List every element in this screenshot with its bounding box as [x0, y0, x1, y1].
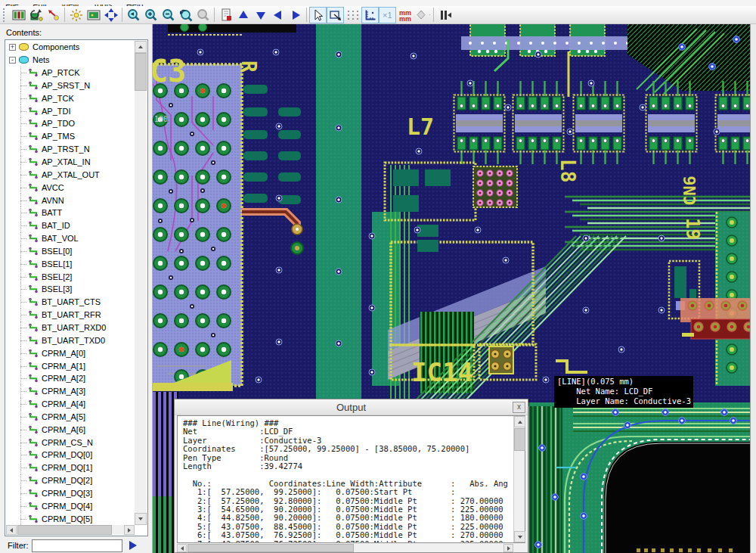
contents-sidebar: Contents: + Components - Nets — [0, 24, 153, 553]
tree-item-net[interactable]: AP_TMS — [6, 130, 135, 143]
dock-panel-icon[interactable] — [436, 7, 454, 23]
tree-item-net[interactable]: BT_UART_RFR — [6, 309, 135, 322]
tree-item-net[interactable]: CPRM_A[4] — [6, 398, 135, 411]
tree-item-net[interactable]: BSEL[0] — [6, 245, 135, 258]
zoom-select-icon[interactable] — [177, 7, 194, 23]
net-icon — [28, 412, 39, 421]
toolbar-grip[interactable] — [3, 8, 7, 22]
tree-item-net[interactable]: CPRM_CS_N — [6, 436, 135, 449]
tree-item-components[interactable]: + Components — [6, 41, 135, 54]
select-mode-icon[interactable] — [309, 7, 327, 23]
pan-down-icon[interactable] — [252, 7, 269, 23]
filter-input[interactable] — [32, 539, 122, 552]
scroll-thumb[interactable] — [187, 544, 354, 552]
tree-item-net[interactable]: AP_TDO — [6, 117, 135, 130]
pan-left-icon[interactable] — [269, 7, 287, 23]
pan-right-icon[interactable] — [287, 7, 304, 23]
tree-item-net[interactable]: CPRM_DQ[2] — [6, 474, 135, 487]
tree-item-net[interactable]: AP_SRST_N — [6, 79, 135, 92]
tree-item-net[interactable]: CPRM_A[1] — [6, 359, 135, 372]
scroll-down-button[interactable] — [135, 513, 147, 525]
scroll-right-button[interactable] — [124, 525, 135, 535]
tree-item-net[interactable]: BSEL[2] — [6, 270, 135, 283]
tree-item-net[interactable]: CPRM_DQ[3] — [6, 487, 135, 500]
tree-item-net[interactable]: BT_UART_CTS — [6, 296, 135, 309]
scroll-thumb[interactable] — [514, 428, 525, 451]
zoom-out-icon[interactable] — [160, 7, 177, 23]
board-view-icon[interactable] — [85, 7, 102, 23]
tree-item-net[interactable]: BSEL[1] — [6, 257, 135, 270]
output-vertical-scrollbar[interactable] — [513, 416, 525, 542]
tree-vertical-scrollbar[interactable] — [135, 41, 147, 525]
close-icon[interactable]: x — [513, 402, 525, 413]
tree-item-net[interactable]: BAT_VOL — [6, 232, 135, 245]
grid-toggle-icon[interactable] — [344, 7, 361, 23]
probe-net-icon[interactable] — [45, 7, 62, 23]
filter-apply-button[interactable] — [125, 539, 141, 552]
tree-item-net[interactable]: CPRM_DQ[4] — [6, 499, 135, 512]
tree-item-net[interactable]: AVCC — [6, 181, 135, 194]
tree-connector — [16, 487, 27, 500]
tree-item-net[interactable]: CPRM_DQ[0] — [6, 449, 135, 461]
tree-item-net[interactable]: BATT — [6, 207, 135, 219]
tree-item-net[interactable]: CPRM_A[3] — [6, 385, 135, 398]
tree-item-net[interactable]: CPRM_A[6] — [6, 423, 135, 436]
scroll-left-button[interactable] — [177, 544, 187, 552]
tree-horizontal-scrollbar[interactable] — [6, 525, 135, 535]
tree-connector — [16, 461, 27, 474]
tree-connector — [16, 385, 27, 398]
net-table-icon[interactable] — [10, 7, 27, 23]
silkscreen-label-100: 100 — [154, 115, 168, 123]
mm-grid-icon[interactable]: mmmm — [396, 7, 414, 23]
output-horizontal-scrollbar[interactable] — [177, 544, 513, 552]
tree-item-net[interactable]: CPRM_DQ[5] — [6, 512, 135, 525]
expand-components-icon[interactable]: + — [9, 44, 16, 51]
scale-1x-icon[interactable]: ×1 — [379, 7, 396, 23]
tree-connector — [16, 257, 27, 270]
tree-item-net[interactable]: AVNN — [6, 194, 135, 207]
tree-connector — [16, 436, 27, 449]
tree-item-net[interactable]: BAT_ID — [6, 219, 135, 232]
pan-icon[interactable] — [194, 7, 212, 23]
tree-item-net[interactable]: BT_UART_TXD0 — [6, 334, 135, 346]
fit-view-icon[interactable] — [102, 7, 119, 23]
net-name: CPRM_DQ[5] — [42, 513, 92, 525]
tree-item-net[interactable]: CPRM_DQ[1] — [6, 461, 135, 474]
tree-item-net[interactable]: AP_XTAL_OUT — [6, 168, 135, 181]
tree-item-net[interactable]: AP_RTCK — [6, 67, 135, 79]
tree-item-net[interactable]: BSEL[3] — [6, 283, 135, 296]
scroll-thumb[interactable] — [17, 525, 112, 535]
tree-item-net[interactable]: AP_TCK — [6, 92, 135, 104]
net-name: BSEL[1] — [42, 258, 72, 270]
collapse-nets-icon[interactable]: - — [9, 57, 16, 64]
tree-item-net[interactable]: CPRM_A[2] — [6, 372, 135, 385]
tree-connector — [16, 410, 27, 423]
tree-item-net[interactable]: AP_TRST_N — [6, 143, 135, 156]
tree-item-net[interactable]: CPRM_A[5] — [6, 410, 135, 423]
pan-up-icon[interactable] — [234, 7, 252, 23]
tree-item-net[interactable]: CPRM_A[0] — [6, 346, 135, 359]
zoom-previous-icon[interactable] — [125, 7, 142, 23]
net-name: BSEL[0] — [42, 245, 72, 257]
scroll-left-button[interactable] — [6, 525, 17, 535]
report-sheet-icon[interactable] — [217, 7, 234, 23]
tree-item-net[interactable]: BT_UART_RXD0 — [6, 322, 135, 334]
scroll-thumb[interactable] — [135, 53, 147, 91]
scroll-up-button[interactable] — [514, 416, 525, 427]
zoom-window-mode-icon[interactable] — [327, 7, 344, 23]
update-component-icon[interactable] — [27, 7, 45, 23]
scroll-up-button[interactable] — [135, 41, 147, 53]
net-icon — [28, 272, 39, 281]
tree-item-nets[interactable]: - Nets — [6, 54, 135, 67]
output-title-bar[interactable]: Output x — [175, 399, 528, 415]
scroll-right-button[interactable] — [503, 544, 513, 552]
measure-mode-icon[interactable] — [361, 7, 379, 23]
tree-item-label: Nets — [33, 54, 50, 66]
highlight-icon[interactable] — [67, 7, 85, 23]
filter-label: Filter: — [8, 541, 29, 550]
tree-item-net[interactable]: AP_XTAL_IN — [6, 156, 135, 169]
tree-item-net[interactable]: AP_TDI — [6, 104, 135, 117]
scroll-down-button[interactable] — [514, 531, 525, 542]
zoom-in-icon[interactable] — [142, 7, 160, 23]
pad-display-icon[interactable] — [414, 7, 431, 23]
